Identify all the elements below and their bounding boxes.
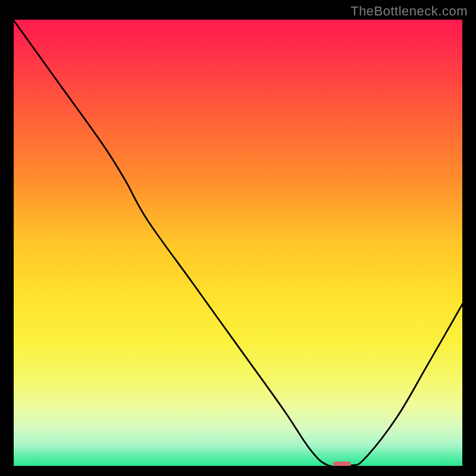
gradient-background	[12, 18, 464, 468]
optimal-marker	[333, 461, 351, 466]
chart-frame	[12, 18, 464, 468]
bottleneck-chart	[12, 18, 464, 468]
watermark-text: TheBottleneck.com	[350, 4, 468, 19]
